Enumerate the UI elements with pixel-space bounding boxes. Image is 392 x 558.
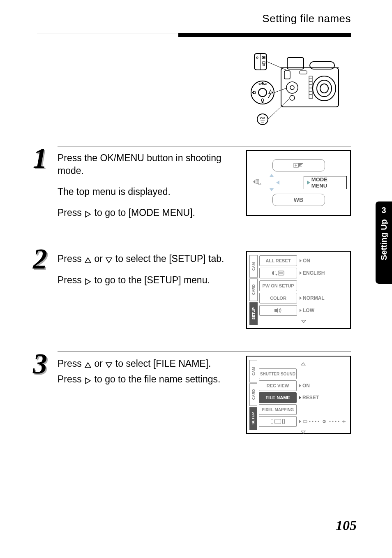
svg-point-35 — [290, 95, 295, 100]
svg-marker-54 — [270, 174, 274, 177]
svg-point-84 — [338, 421, 339, 422]
svg-point-4 — [256, 57, 258, 58]
row-beep[interactable]: LOW — [259, 305, 348, 316]
step-3-line1: Press or to select [FILE NAME]. — [58, 357, 232, 370]
step-3-line2: Press to go to the file name settings. — [58, 373, 232, 386]
step-1-line3: Press to go to [MODE MENU]. — [58, 206, 232, 220]
brightness-slider-icon — [302, 418, 348, 425]
svg-rect-6 — [263, 64, 265, 66]
svg-marker-73 — [301, 363, 305, 365]
svg-point-25 — [320, 84, 328, 93]
row-pixel-mapping[interactable]: PIXEL MAPPING — [259, 404, 348, 415]
top-menu-screen: MODE MENU WB — [246, 150, 351, 216]
svg-point-33 — [286, 82, 298, 93]
header-black-bar — [178, 33, 351, 37]
up-down-arrows-icon — [269, 173, 274, 192]
page: Setting file names SCENE — [0, 0, 392, 558]
tab-setup[interactable]: SETUP — [249, 407, 257, 430]
svg-line-41 — [268, 99, 289, 119]
speaker-icon — [259, 305, 297, 316]
svg-marker-46 — [298, 163, 303, 167]
svg-marker-10 — [261, 82, 264, 83]
chapter-side-tab: 3 Setting Up — [376, 201, 392, 284]
up-triangle-icon — [84, 358, 92, 370]
step-2-number: 2 — [33, 245, 47, 273]
down-triangle-icon — [105, 253, 113, 266]
row-language[interactable]: ENGLISH — [259, 267, 348, 278]
lcd-brightness-icon — [259, 416, 297, 427]
step-1-rule — [58, 146, 351, 146]
step-3: 3 Press or to select [FILE NAME]. Press … — [33, 352, 351, 442]
svg-marker-11 — [261, 102, 264, 103]
svg-marker-68 — [276, 308, 278, 313]
step-1-number: 1 — [33, 144, 47, 173]
menu-tabs: CAM CARD SETUP — [249, 360, 257, 430]
step-2-line1: Press or to select the [SETUP] tab. — [58, 252, 232, 266]
svg-rect-37 — [300, 71, 307, 74]
right-triangle-icon — [84, 275, 92, 287]
svg-line-39 — [267, 62, 286, 70]
row-shutter-sound[interactable]: SHUTTER SOUND — [259, 368, 348, 379]
svg-point-24 — [317, 80, 332, 97]
step-2-line2: Press to go to the [SETUP] menu. — [58, 274, 232, 287]
file-name-screen: CAM CARD SETUP SHUTTER SOUND REC VIEW ON — [246, 356, 351, 434]
svg-rect-20 — [281, 68, 339, 107]
svg-point-77 — [315, 421, 316, 422]
up-triangle-icon — [84, 253, 92, 266]
step-2: 2 Press or to select the [SETUP] tab. Pr… — [33, 247, 351, 341]
svg-marker-48 — [253, 180, 255, 183]
exposure-comp-button[interactable] — [272, 159, 325, 171]
svg-rect-22 — [287, 58, 304, 69]
step-1-text: Press the OK/MENU button in shooting mod… — [58, 152, 232, 228]
menu-rows: ALL RESET ON ENGLISH PW ON SETUP — [258, 255, 348, 325]
menu-rows: SHUTTER SOUND REC VIEW ON FILE NAME RESE… — [257, 360, 348, 430]
svg-marker-42 — [85, 211, 90, 217]
svg-marker-70 — [85, 363, 91, 368]
chapter-number: 3 — [376, 206, 392, 215]
svg-point-15 — [261, 99, 264, 101]
wb-button[interactable]: WB — [272, 194, 325, 206]
menu-tabs: CAM CARD SETUP — [249, 255, 258, 325]
row-rec-view[interactable]: REC VIEW ON — [259, 380, 348, 391]
step-3-text: Press or to select [FILE NAME]. Press to… — [58, 357, 232, 395]
svg-marker-57 — [307, 181, 310, 185]
svg-marker-71 — [106, 363, 112, 368]
left-arrow-icon — [276, 180, 280, 185]
svg-marker-60 — [85, 279, 90, 285]
setup-tab-screen: CAM CARD SETUP ALL RESET ON ENGLISH — [246, 251, 351, 329]
row-color[interactable]: COLOR NORMAL — [259, 292, 348, 303]
step-1-line2: The top menu is displayed. — [58, 185, 232, 198]
right-triangle-icon — [84, 207, 92, 220]
tab-cam[interactable]: CAM — [249, 255, 258, 278]
page-title: Setting file names — [0, 12, 351, 25]
step-2-rule — [58, 247, 351, 247]
down-triangle-icon — [105, 358, 113, 370]
tab-card[interactable]: CARD — [249, 383, 257, 406]
tab-cam[interactable]: CAM — [249, 360, 257, 382]
quality-icon[interactable] — [250, 177, 267, 188]
svg-rect-36 — [284, 71, 290, 79]
row-brightness[interactable] — [259, 416, 348, 427]
svg-point-78 — [318, 421, 319, 422]
svg-rect-74 — [303, 421, 307, 422]
tab-setup[interactable]: SETUP — [249, 302, 258, 325]
svg-marker-87 — [301, 431, 305, 433]
tab-card[interactable]: CARD — [249, 278, 258, 301]
mode-menu-button[interactable]: MODE MENU — [304, 176, 347, 189]
svg-point-81 — [330, 421, 331, 422]
row-file-name[interactable]: FILE NAME RESET — [259, 392, 348, 403]
svg-marker-59 — [106, 258, 112, 263]
svg-marker-55 — [270, 188, 274, 191]
step-2-text: Press or to select the [SETUP] tab. Pres… — [58, 252, 232, 296]
svg-point-34 — [290, 86, 294, 90]
row-all-reset[interactable]: ALL RESET ON — [259, 255, 348, 266]
svg-rect-67 — [274, 309, 276, 312]
svg-point-8 — [258, 88, 267, 97]
svg-marker-13 — [272, 91, 273, 94]
row-pw-on-setup[interactable]: PW ON SETUP — [259, 280, 348, 291]
svg-point-75 — [309, 421, 311, 422]
svg-point-82 — [332, 421, 334, 422]
svg-rect-5 — [263, 62, 265, 64]
right-triangle-icon — [84, 374, 92, 387]
page-number: 105 — [336, 518, 357, 533]
